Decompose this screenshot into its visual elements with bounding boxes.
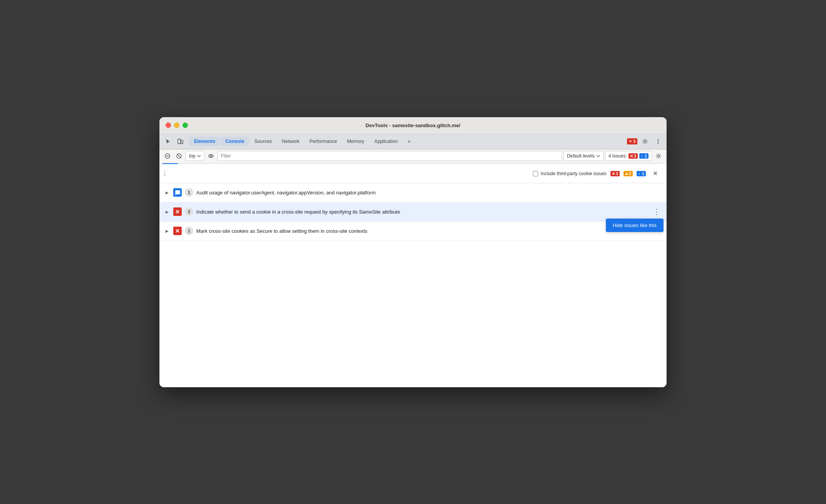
x-icon	[630, 154, 633, 158]
x-red-icon-3	[175, 229, 180, 233]
tab-memory[interactable]: Memory	[342, 137, 369, 146]
issue-count-3: 1	[185, 227, 193, 235]
default-levels-arrow-icon	[596, 155, 600, 157]
filter-input[interactable]	[217, 151, 562, 161]
maximize-traffic-light[interactable]	[182, 123, 188, 128]
svg-text:i: i	[639, 172, 640, 175]
tab-elements[interactable]: Elements	[189, 137, 220, 146]
block-icon[interactable]	[174, 151, 184, 161]
issue-count-2: 2	[185, 207, 193, 216]
title-bar: DevTools - samesite-sandbox.glitch.me/	[159, 117, 667, 134]
content-area: ⋮ Include third-party cookie issues 3 0 …	[159, 164, 667, 387]
issue-count-1: 1	[185, 188, 193, 197]
x-icon-panel	[612, 172, 615, 175]
comment-icon	[175, 190, 180, 195]
close-panel-button[interactable]: ✕	[650, 168, 660, 179]
issue-type-icon-2	[173, 207, 182, 216]
tab-bar: Elements Console Sources Network Perform…	[159, 134, 667, 149]
tab-network[interactable]: Network	[277, 137, 304, 146]
issues-header-right: Include third-party cookie issues 3 0 i …	[533, 168, 660, 179]
clear-icon[interactable]	[163, 151, 172, 161]
svg-rect-0	[178, 139, 181, 144]
expand-icon-2[interactable]: ▶	[164, 209, 170, 215]
context-label: top	[189, 153, 196, 159]
default-levels-dropdown[interactable]: Default levels	[564, 151, 604, 161]
error-badge: 3	[627, 138, 637, 144]
tab-application[interactable]: Application	[370, 137, 402, 146]
tab-bar-icons	[163, 136, 186, 147]
toolbar-info-badge: i 1	[639, 153, 649, 159]
info-icon-small: i	[641, 154, 644, 158]
error-count: 3	[633, 139, 635, 144]
toolbar-error-badge: 3	[629, 153, 638, 159]
issue-text-1: Audit usage of navigator.userAgent, navi…	[196, 190, 662, 196]
x-red-icon	[175, 209, 180, 214]
dropdown-arrow-icon	[197, 155, 201, 157]
panel-info-badge: i 1	[637, 171, 646, 176]
panel-error-badge: 3	[610, 171, 620, 176]
tab-bar-right: 3	[627, 136, 663, 147]
issue-type-icon-3	[173, 227, 182, 235]
issue-more-button-2[interactable]: ⋮	[651, 206, 662, 217]
svg-point-8	[209, 154, 213, 158]
hide-issues-popup[interactable]: Hide issues like this	[606, 219, 663, 232]
issue-type-icon-1	[173, 188, 182, 197]
issues-header-left: ⋮	[159, 168, 170, 179]
device-icon[interactable]	[175, 136, 186, 147]
close-traffic-light[interactable]	[166, 123, 171, 128]
cursor-icon[interactable]	[163, 136, 173, 147]
window-title: DevTools - samesite-sandbox.glitch.me/	[366, 123, 461, 128]
tab-sources[interactable]: Sources	[250, 137, 277, 146]
panel-more-options-button[interactable]: ⋮	[159, 168, 170, 179]
traffic-lights	[166, 123, 188, 128]
context-selector[interactable]: top	[186, 151, 204, 161]
svg-point-2	[644, 141, 646, 143]
svg-point-9	[210, 155, 212, 157]
console-toolbar: top Default levels 4 Issues: 3	[159, 149, 667, 163]
issues-panel-header: ⋮ Include third-party cookie issues 3 0 …	[159, 164, 667, 183]
eye-icon[interactable]	[206, 151, 216, 161]
issue-text-2: Indicate whether to send a cookie in a c…	[196, 209, 648, 215]
default-levels-label: Default levels	[567, 153, 595, 159]
issue-row-3[interactable]: ▶ 1 Mark cross-site cookies as Secure to…	[159, 222, 667, 241]
expand-icon-1[interactable]: ▶	[164, 189, 170, 196]
tab-performance[interactable]: Performance	[305, 137, 342, 146]
expand-icon-3[interactable]: ▶	[164, 228, 170, 234]
devtools-window: DevTools - samesite-sandbox.glitch.me/ E…	[159, 117, 667, 387]
issue-text-3: Mark cross-site cookies as Secure to all…	[196, 228, 662, 234]
panel-warning-badge: 0	[624, 171, 633, 176]
include-cookie-text: Include third-party cookie issues	[541, 171, 606, 176]
svg-point-5	[658, 143, 659, 144]
svg-point-4	[658, 141, 659, 142]
svg-point-11	[658, 155, 660, 157]
issues-settings-icon[interactable]	[654, 151, 663, 161]
issues-label: 4 Issues:	[609, 153, 627, 159]
issues-summary-badge: 4 Issues: 3 i 1	[605, 151, 652, 161]
issue-row-1[interactable]: ▶ 1 Audit usage of navigator.userAgent, …	[159, 183, 667, 202]
issue-row-2[interactable]: ▶ 2 Indicate whether to send a cookie in…	[159, 202, 667, 222]
info-icon-panel: i	[638, 172, 641, 175]
svg-point-3	[658, 139, 659, 140]
include-cookie-checkbox[interactable]	[533, 171, 538, 176]
tab-more[interactable]: »	[403, 137, 415, 146]
svg-text:i: i	[642, 154, 642, 158]
svg-rect-1	[181, 140, 183, 144]
warning-icon	[625, 172, 628, 175]
tab-console[interactable]: Console	[221, 137, 249, 146]
include-cookie-label[interactable]: Include third-party cookie issues	[533, 171, 606, 176]
minimize-traffic-light[interactable]	[174, 123, 179, 128]
settings-icon[interactable]	[640, 136, 650, 147]
more-options-icon[interactable]	[653, 136, 663, 147]
